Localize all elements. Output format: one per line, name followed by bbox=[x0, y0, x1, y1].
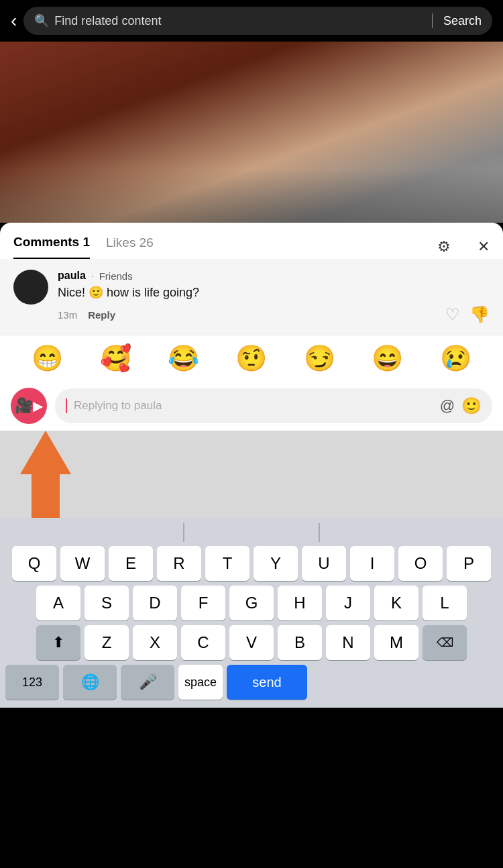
emoji-row: 😁 🥰 😂 🤨 😏 😄 😢 bbox=[0, 335, 503, 381]
key-y[interactable]: Y bbox=[254, 546, 298, 581]
key-g[interactable]: G bbox=[229, 586, 274, 620]
key-l[interactable]: L bbox=[423, 586, 467, 620]
emoji-sweat-smile[interactable]: 😄 bbox=[372, 343, 403, 373]
search-bar[interactable]: 🔍 Find related content Search bbox=[23, 7, 492, 35]
reply-button[interactable]: Reply bbox=[88, 309, 115, 321]
key-q[interactable]: Q bbox=[12, 546, 56, 581]
emoji-raised-eyebrow[interactable]: 🤨 bbox=[235, 343, 267, 373]
key-h[interactable]: H bbox=[278, 586, 322, 620]
emoji-grin[interactable]: 😁 bbox=[32, 343, 63, 373]
search-icon: 🔍 bbox=[34, 13, 49, 28]
keyboard-row-3: ⬆ Z X C V B N M ⌫ bbox=[3, 625, 500, 660]
key-k[interactable]: K bbox=[374, 586, 418, 620]
comment-text: Nice! 🙂 how is life going? bbox=[58, 284, 490, 301]
filter-icon[interactable]: ⚙ bbox=[437, 238, 451, 256]
comment-user-line: paula · Friends bbox=[58, 270, 490, 282]
like-icon[interactable]: ♡ bbox=[445, 305, 460, 324]
tab-comments[interactable]: Comments 1 bbox=[13, 235, 90, 259]
tab-likes[interactable]: Likes 26 bbox=[106, 235, 154, 258]
arrow-head bbox=[20, 431, 71, 474]
close-icon[interactable]: ✕ bbox=[478, 238, 490, 256]
key-s[interactable]: S bbox=[85, 586, 129, 620]
key-j[interactable]: J bbox=[326, 586, 370, 620]
key-numbers[interactable]: 123 bbox=[5, 665, 59, 700]
comments-header: Comments 1 Likes 26 ⚙ ✕ bbox=[0, 223, 503, 259]
avatar bbox=[13, 270, 48, 305]
key-z[interactable]: Z bbox=[85, 625, 129, 660]
keyboard-row-2: A S D F G H J K L bbox=[3, 586, 500, 620]
key-space[interactable]: space bbox=[178, 665, 223, 700]
key-e[interactable]: E bbox=[109, 546, 153, 581]
key-d[interactable]: D bbox=[133, 586, 177, 620]
key-p[interactable]: P bbox=[447, 546, 491, 581]
input-line-row bbox=[3, 523, 500, 542]
comment-relation: Friends bbox=[99, 270, 133, 282]
key-shift[interactable]: ⬆ bbox=[36, 625, 80, 660]
video-record-button[interactable]: 🎥 bbox=[11, 388, 47, 424]
arrow-annotation bbox=[0, 431, 503, 518]
key-a[interactable]: A bbox=[36, 586, 80, 620]
comments-panel: Comments 1 Likes 26 ⚙ ✕ paula · Friends … bbox=[0, 223, 503, 708]
emoji-sad[interactable]: 😢 bbox=[440, 343, 471, 373]
search-placeholder: Find related content bbox=[54, 14, 421, 28]
keyboard-bottom-row: 123 🌐 🎤 space send bbox=[3, 665, 500, 700]
keyboard-row-1: Q W E R T Y U I O P bbox=[3, 546, 500, 581]
input-line-right bbox=[319, 523, 320, 542]
comment-time: 13m bbox=[58, 309, 77, 321]
key-n[interactable]: N bbox=[326, 625, 370, 660]
arrow-shaft bbox=[32, 474, 60, 518]
key-t[interactable]: T bbox=[205, 546, 249, 581]
comment-dot: · bbox=[91, 270, 94, 281]
emoji-laugh-cry[interactable]: 😂 bbox=[168, 343, 199, 373]
emoji-hearts[interactable]: 🥰 bbox=[100, 343, 131, 373]
key-send[interactable]: send bbox=[227, 665, 307, 700]
camera-icon: 🎥 bbox=[15, 397, 33, 415]
comment-item: paula · Friends Nice! 🙂 how is life goin… bbox=[0, 259, 503, 335]
key-f[interactable]: F bbox=[181, 586, 225, 620]
orange-arrow bbox=[20, 431, 71, 518]
reply-input-wrap[interactable]: Replying to paula @ 🙂 bbox=[55, 388, 492, 423]
comment-content: paula · Friends Nice! 🙂 how is life goin… bbox=[58, 270, 490, 324]
dislike-icon[interactable]: 👎 bbox=[469, 305, 490, 324]
input-line-left bbox=[183, 523, 184, 542]
comment-action-icons: ♡ 👎 bbox=[445, 305, 490, 324]
key-x[interactable]: X bbox=[133, 625, 177, 660]
emoji-smirk[interactable]: 😏 bbox=[304, 343, 335, 373]
search-divider bbox=[432, 13, 433, 28]
emoji-picker-icon[interactable]: 🙂 bbox=[461, 396, 482, 415]
comment-actions: 13m Reply ♡ 👎 bbox=[58, 305, 490, 324]
keyboard: Q W E R T Y U I O P A S D F G H J K L ⬆ … bbox=[0, 518, 503, 708]
key-r[interactable]: R bbox=[157, 546, 201, 581]
video-overlay bbox=[0, 169, 503, 223]
top-bar: ‹ 🔍 Find related content Search bbox=[0, 0, 503, 42]
key-globe[interactable]: 🌐 bbox=[63, 665, 117, 700]
key-mic[interactable]: 🎤 bbox=[121, 665, 174, 700]
reply-input-area: 🎥 Replying to paula @ 🙂 bbox=[0, 381, 503, 431]
key-v[interactable]: V bbox=[229, 625, 274, 660]
key-m[interactable]: M bbox=[374, 625, 418, 660]
key-backspace[interactable]: ⌫ bbox=[423, 625, 467, 660]
comment-username: paula bbox=[58, 270, 86, 282]
video-content bbox=[0, 42, 503, 223]
key-b[interactable]: B bbox=[278, 625, 322, 660]
key-o[interactable]: O bbox=[398, 546, 443, 581]
key-c[interactable]: C bbox=[181, 625, 225, 660]
search-button[interactable]: Search bbox=[443, 14, 482, 28]
text-cursor bbox=[66, 398, 67, 413]
key-u[interactable]: U bbox=[302, 546, 346, 581]
key-w[interactable]: W bbox=[60, 546, 105, 581]
key-i[interactable]: I bbox=[350, 546, 394, 581]
mention-icon[interactable]: @ bbox=[440, 397, 455, 415]
reply-placeholder: Replying to paula bbox=[74, 399, 433, 413]
back-button[interactable]: ‹ bbox=[11, 10, 17, 32]
